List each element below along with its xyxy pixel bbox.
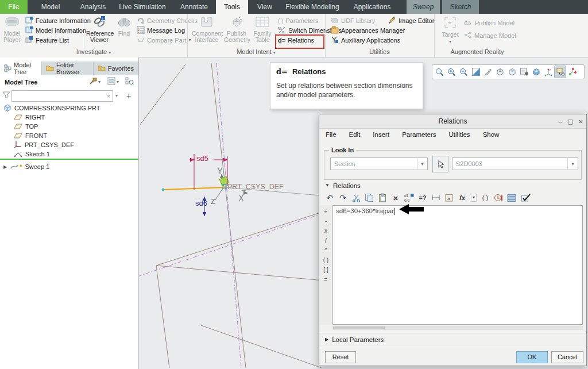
insert-time-icon[interactable] xyxy=(494,193,503,203)
image-editor-button[interactable]: Image Editor xyxy=(388,16,434,25)
group-label-investigate[interactable]: Investigate ▾ xyxy=(0,48,187,56)
delete-icon[interactable]: × xyxy=(391,193,400,203)
copy-icon[interactable] xyxy=(365,193,374,203)
auxiliary-applications-button[interactable]: Auxiliary Applications xyxy=(331,36,400,45)
refit-icon[interactable] xyxy=(470,66,482,78)
op-plus[interactable]: + xyxy=(324,206,328,216)
tree-item-top-plane[interactable]: TOP xyxy=(14,122,38,131)
function-menu-arrow-icon[interactable]: ▾ xyxy=(471,194,477,202)
maximize-icon[interactable]: ▢ xyxy=(567,118,573,125)
op-brackets[interactable]: [ ] xyxy=(323,265,328,275)
zoom-out-icon[interactable] xyxy=(458,66,470,78)
tab-analysis[interactable]: Analysis xyxy=(74,0,113,14)
tab-file[interactable]: File xyxy=(0,0,28,14)
relations-button[interactable]: d= Relations xyxy=(278,36,314,45)
publish-geometry-button[interactable]: Publish Geometry xyxy=(224,16,249,43)
op-power[interactable]: ^ xyxy=(324,245,327,255)
insert-function-icon[interactable]: fx xyxy=(458,193,467,203)
tab-tools[interactable]: Tools xyxy=(216,0,248,14)
tab-annotate[interactable]: Annotate xyxy=(172,0,216,14)
close-icon[interactable]: × xyxy=(578,117,583,126)
group-label-model-intent[interactable]: Model Intent ▾ xyxy=(187,48,325,56)
filter-funnel-icon[interactable] xyxy=(2,91,10,101)
cancel-button[interactable]: Cancel xyxy=(551,351,583,363)
dropdown-arrow-icon[interactable]: ▾ xyxy=(567,158,578,170)
feature-list-button[interactable]: Feature List xyxy=(25,36,69,45)
menu-show[interactable]: Show xyxy=(477,131,506,138)
tab-model-tree[interactable]: Model Tree xyxy=(0,62,42,75)
redo-icon[interactable]: ↷ xyxy=(338,193,347,203)
clear-search-icon[interactable]: × xyxy=(105,93,113,99)
udf-library-button[interactable]: UDF Library xyxy=(331,16,375,25)
tab-folder-browser[interactable]: Folder Browser xyxy=(42,62,94,75)
reference-viewer-button[interactable]: i Reference Viewer xyxy=(86,16,113,43)
publish-model-button[interactable]: Publish Model xyxy=(464,18,514,28)
menu-parameters[interactable]: Parameters xyxy=(396,131,442,138)
tab-sweep[interactable]: Sweep xyxy=(407,0,440,14)
insert-operators-icon[interactable]: ( ) xyxy=(481,193,490,203)
tree-item-sketch[interactable]: Sketch 1 xyxy=(14,149,50,159)
op-equals[interactable]: = xyxy=(324,275,328,285)
parameters-button[interactable]: ( ) Parameters xyxy=(278,16,318,25)
op-multiply[interactable]: x xyxy=(324,226,327,236)
appearances-manager-button[interactable]: Appearances Manager xyxy=(331,26,405,35)
units-icon[interactable] xyxy=(431,193,440,203)
tree-item-sweep[interactable]: ▶ * Sweep 1 xyxy=(3,162,49,171)
reset-button[interactable]: Reset xyxy=(325,351,356,363)
feature-information-button[interactable]: Feature Information xyxy=(25,16,91,25)
tab-favorites[interactable]: Favorites xyxy=(94,62,138,75)
model-player-button[interactable]: Model Player xyxy=(1,16,23,43)
sort-relations-icon[interactable] xyxy=(507,193,517,203)
tree-item-right-plane[interactable]: RIGHT xyxy=(14,113,45,122)
editor-hscrollbar[interactable] xyxy=(332,326,583,330)
group-label-utilities[interactable]: Utilities xyxy=(325,48,434,56)
tab-flexible-modeling[interactable]: Flexible Modeling xyxy=(281,0,343,14)
tab-applications[interactable]: Applications xyxy=(343,0,401,14)
op-divide[interactable]: / xyxy=(325,236,327,245)
compare-part-button[interactable]: Compare Part ▾ xyxy=(137,36,191,45)
toggle-dimension-display-icon[interactable]: d10.0 xyxy=(404,193,414,203)
tab-live-simulation[interactable]: Live Simulation xyxy=(113,0,172,14)
display-style-icon[interactable] xyxy=(494,66,506,78)
menu-utilities[interactable]: Utilities xyxy=(443,131,477,138)
tree-item-part[interactable]: COMPRESSIONSPRING.PRT xyxy=(3,103,100,113)
zoom-in-icon[interactable] xyxy=(446,66,458,78)
spin-center-icon[interactable] xyxy=(566,66,578,78)
menu-file[interactable]: File xyxy=(319,131,343,138)
tree-search-input[interactable]: × xyxy=(11,90,113,102)
verify-icon[interactable] xyxy=(521,193,531,203)
tree-settings-button[interactable]: ▾ xyxy=(89,77,100,87)
dialog-title-bar[interactable]: Relations – ▢ × xyxy=(319,114,586,129)
add-filter-icon[interactable]: + xyxy=(126,91,131,101)
tree-search-button[interactable] xyxy=(125,77,134,87)
menu-insert[interactable]: Insert xyxy=(366,131,396,138)
relations-section-header[interactable]: ▼ Relations xyxy=(325,182,361,189)
zoom-region-icon[interactable] xyxy=(434,66,446,78)
manage-model-button[interactable]: Manage Model xyxy=(464,31,516,40)
view-manager-icon[interactable] xyxy=(530,66,542,78)
group-label-augmented-reality[interactable]: Augmented Reality xyxy=(434,48,520,56)
search-options-arrow-icon[interactable]: ▾ xyxy=(115,94,118,98)
expand-arrow-icon[interactable]: ▶ xyxy=(3,164,7,170)
datum-display-icon[interactable]: x xyxy=(542,66,554,78)
capture-icon[interactable] xyxy=(518,66,530,78)
family-table-button[interactable]: Family Table xyxy=(252,16,273,43)
tree-display-button[interactable]: ▾ xyxy=(107,77,119,87)
op-minus[interactable]: - xyxy=(325,216,327,226)
undo-icon[interactable]: ↶ xyxy=(325,193,334,203)
model-information-button[interactable]: Model Information xyxy=(25,26,86,35)
cut-icon[interactable] xyxy=(351,193,361,203)
section-view-icon[interactable] xyxy=(506,66,518,78)
select-object-button[interactable] xyxy=(432,156,448,172)
tab-view[interactable]: View xyxy=(248,0,281,14)
tree-item-front-plane[interactable]: FRONT xyxy=(14,131,47,140)
menu-edit[interactable]: Edit xyxy=(343,131,367,138)
relations-editor[interactable]: sd6=30+360*trajpar xyxy=(332,205,583,325)
tab-model[interactable]: Model xyxy=(28,0,74,14)
dropdown-arrow-icon[interactable]: ▾ xyxy=(417,158,427,170)
look-in-object-select[interactable]: S2D0003 ▾ xyxy=(452,157,578,170)
local-parameters-header[interactable]: ▶ Local Parameters xyxy=(325,336,384,343)
minimize-icon[interactable]: – xyxy=(559,118,562,125)
paste-icon[interactable] xyxy=(378,193,387,203)
insert-parameter-icon[interactable]: a xyxy=(444,193,454,203)
